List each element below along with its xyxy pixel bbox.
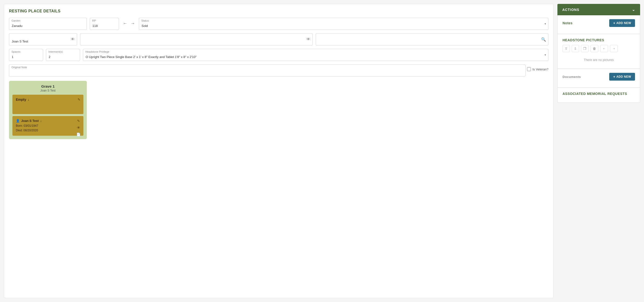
no-pictures-text: There are no pictures [562, 55, 635, 65]
grave-card-2-edit-button[interactable]: ✎ [76, 119, 80, 123]
co-owner-eye-icon[interactable]: 👁 [306, 37, 310, 41]
owner-input[interactable] [9, 33, 77, 45]
hs-delete-button[interactable]: 🗑 [590, 45, 598, 52]
person-icon: 👤 [16, 119, 20, 123]
interments-field-group: Interment(s) [46, 49, 80, 61]
co-owner-field-group: Co-Owner 👁 [80, 33, 313, 45]
page-title: RESTING PLACE DETAILS [9, 9, 548, 13]
owner-field-group: Owner 👁 [9, 33, 77, 45]
grave-card-person: 👤 Joan S Test ↓ Born: 03/01/1947 Died: 0… [12, 116, 84, 136]
person-name-text: Joan S Test [21, 119, 39, 123]
notes-add-new-label: ADD NEW [616, 21, 631, 25]
down-arrow-icon: ↓ [28, 98, 30, 102]
hs-next-button[interactable]: → [610, 45, 618, 52]
headstone-toolbar: ⇧ ⇩ ❐ 🗑 ← → [562, 45, 635, 52]
memorial-requests-title: ASSOCIATED MEMORIAL REQUESTS [562, 92, 627, 96]
rp-input[interactable] [90, 18, 119, 30]
grave-card-1-icons: ✎ [77, 97, 81, 102]
documents-add-new-label: ADD NEW [616, 75, 631, 78]
documents-add-new-button[interactable]: + ADD NEW [609, 73, 635, 81]
grave-card-2-doc-button[interactable]: 📄 [76, 132, 81, 137]
spaces-input[interactable] [9, 49, 43, 61]
side-panel: ACTIONS ⌄ Notes + ADD NEW HEADSTONE PICT… [558, 4, 640, 298]
rp-field-group: RP [90, 18, 119, 30]
grave-title: Grave 1 [12, 84, 84, 88]
headstone-section: HEADSTONE PICTURES ⇧ ⇩ ❐ 🗑 ← → There are… [558, 34, 640, 69]
grave-card-1-edit-button[interactable]: ✎ [77, 97, 81, 102]
owner-input-wrapper: 👁 [9, 33, 77, 45]
actions-label: ACTIONS [562, 8, 579, 12]
co-owner-input-wrapper: 👁 [80, 33, 313, 45]
memorial-requests-header: ASSOCIATED MEMORIAL REQUESTS [562, 92, 635, 96]
documents-section: Documents + ADD NEW [558, 69, 640, 88]
reserved-input[interactable] [316, 33, 548, 45]
empty-label: Empty [16, 98, 26, 102]
rp-navigation: ← → [122, 20, 136, 30]
original-note-input[interactable] [9, 64, 526, 76]
hs-upload-button[interactable]: ⇧ [562, 45, 570, 52]
headstone-pictures-title: HEADSTONE PICTURES [562, 38, 604, 42]
veteran-checkbox[interactable] [527, 67, 531, 71]
grave-card-empty: Empty ↓ ✎ [12, 95, 84, 114]
grave-card-status: Empty ↓ [16, 98, 80, 102]
notes-title: Notes [562, 21, 572, 25]
original-note-field-group: Original Note [9, 64, 526, 76]
headstone-header: HEADSTONE PICTURES [562, 38, 635, 42]
veteran-checkbox-group: Is Veteran? [527, 67, 548, 74]
hs-prev-button[interactable]: ← [600, 45, 608, 52]
status-select[interactable]: Sold Available Reserved [139, 18, 548, 30]
status-field-group: Status Sold Available Reserved ▾ [139, 18, 548, 30]
interments-input[interactable] [46, 49, 80, 61]
notes-plus-icon: + [613, 21, 615, 25]
owner-eye-icon[interactable]: 👁 [71, 37, 75, 41]
rp-prev-button[interactable]: ← [122, 20, 128, 27]
reserved-field-group: Reserved For 🔍 [316, 33, 548, 45]
notes-section: Notes + ADD NEW [558, 15, 640, 34]
actions-chevron-icon: ⌄ [632, 7, 635, 12]
person-down-arrow-icon: ↓ [40, 119, 42, 123]
documents-header: Documents + ADD NEW [562, 73, 635, 81]
rp-next-button[interactable]: → [130, 20, 136, 27]
grave-card-2-eye-button[interactable]: 👁 [76, 125, 81, 130]
garden-field-group: Garden [9, 18, 87, 30]
reserved-input-wrapper: 🔍 [316, 33, 548, 45]
memorial-requests-section: ASSOCIATED MEMORIAL REQUESTS [558, 88, 640, 103]
grave-card-person-name: 👤 Joan S Test ↓ [16, 119, 80, 123]
veteran-label: Is Veteran? [532, 67, 548, 71]
headstone-select[interactable]: O Upright Two Piece Single Base 2' x 1' … [83, 49, 548, 61]
co-owner-input[interactable] [80, 33, 313, 45]
grave-card-died: Died: 08/20/2020 [16, 128, 80, 133]
graves-container: Grave 1 Joan S Test Empty ↓ ✎ 👤 Joan S T… [9, 81, 87, 139]
spaces-field-group: Spaces [9, 49, 43, 61]
notes-header: Notes + ADD NEW [562, 19, 635, 27]
grave-card-2-icons: ✎ 👁 📄 [76, 119, 81, 137]
actions-bar[interactable]: ACTIONS ⌄ [558, 4, 640, 15]
documents-title: Documents [562, 75, 581, 79]
garden-input[interactable] [9, 18, 87, 30]
grave-owner: Joan S Test [12, 89, 84, 92]
headstone-field-group: Headstone Privilege O Upright Two Piece … [83, 49, 548, 61]
notes-add-new-button[interactable]: + ADD NEW [609, 19, 635, 27]
hs-expand-button[interactable]: ❐ [581, 45, 588, 52]
documents-plus-icon: + [613, 75, 615, 79]
grave-card-born: Born: 03/01/1947 [16, 124, 80, 128]
hs-download-button[interactable]: ⇩ [572, 45, 579, 52]
reserved-search-icon[interactable]: 🔍 [541, 37, 546, 42]
